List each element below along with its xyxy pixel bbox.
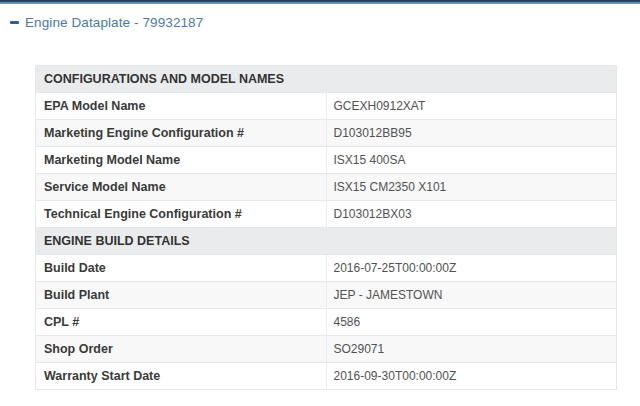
row-value: D103012BB95 [326,120,617,147]
table-row: CPL #4586 [36,309,617,336]
row-label: EPA Model Name [36,93,327,120]
row-label: Marketing Engine Configuration # [36,120,327,147]
dataplate-table: CONFIGURATIONS AND MODEL NAMESEPA Model … [35,65,617,390]
row-value: 4586 [326,309,617,336]
section-header-row: ENGINE BUILD DETAILS [36,228,617,255]
row-value: 2016-09-30T00:00:00Z [326,363,617,390]
table-row: Build PlantJEP - JAMESTOWN [36,282,617,309]
table-row: Technical Engine Configuration #D103012B… [36,201,617,228]
row-value: 2016-07-25T00:00:00Z [326,255,617,282]
row-label: Warranty Start Date [36,363,327,390]
row-value: ISX15 CM2350 X101 [326,174,617,201]
table-row: Build Date2016-07-25T00:00:00Z [36,255,617,282]
row-label: Build Plant [36,282,327,309]
page-title: Engine Dataplate - 79932187 [25,15,203,30]
table-row: Marketing Engine Configuration #D103012B… [36,120,617,147]
table-row: Shop OrderSO29071 [36,336,617,363]
row-value: SO29071 [326,336,617,363]
section-header-label: CONFIGURATIONS AND MODEL NAMES [36,66,617,93]
row-label: Shop Order [36,336,327,363]
row-label: CPL # [36,309,327,336]
dataplate-panel: CONFIGURATIONS AND MODEL NAMESEPA Model … [35,65,640,390]
row-value: D103012BX03 [326,201,617,228]
row-label: Technical Engine Configuration # [36,201,327,228]
row-label: Marketing Model Name [36,147,327,174]
row-label: Build Date [36,255,327,282]
collapse-icon[interactable] [10,21,19,24]
table-row: EPA Model NameGCEXH0912XAT [36,93,617,120]
row-value: JEP - JAMESTOWN [326,282,617,309]
section-header-row: CONFIGURATIONS AND MODEL NAMES [36,66,617,93]
section-header-label: ENGINE BUILD DETAILS [36,228,617,255]
row-label: Service Model Name [36,174,327,201]
table-row: Warranty Start Date2016-09-30T00:00:00Z [36,363,617,390]
page-header: Engine Dataplate - 79932187 [0,4,640,32]
row-value: ISX15 400SA [326,147,617,174]
table-row: Marketing Model NameISX15 400SA [36,147,617,174]
table-row: Service Model NameISX15 CM2350 X101 [36,174,617,201]
row-value: GCEXH0912XAT [326,93,617,120]
